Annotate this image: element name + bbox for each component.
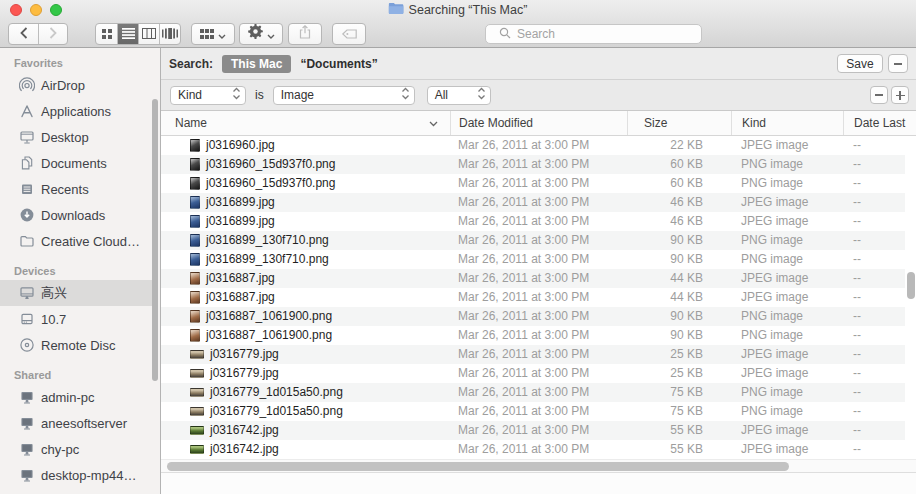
file-size: 90 KB [627, 231, 731, 250]
file-name: j0316899.jpg [206, 193, 275, 212]
coverflow-view-button[interactable] [159, 24, 180, 44]
sidebar-item-10-7[interactable]: 10.7 [0, 306, 160, 332]
table-row[interactable]: j0316742.jpgMar 26, 2011 at 3:00 PM55 KB… [161, 421, 905, 440]
airdrop-icon [18, 77, 35, 94]
applications-icon [18, 103, 35, 120]
share-button[interactable] [288, 23, 322, 45]
sidebar-item-label: Remote Disc [41, 338, 115, 353]
file-kind: JPEG image [731, 269, 843, 288]
back-button[interactable] [9, 24, 38, 44]
subtype-dropdown[interactable]: All [427, 86, 491, 105]
bottom-strip [161, 472, 916, 494]
file-kind: JPEG image [731, 136, 843, 155]
photo-tan-wide-icon [190, 407, 204, 416]
minimize-button[interactable] [30, 4, 42, 16]
search-criteria-bar: Kind is Image All [161, 80, 916, 111]
arrange-button[interactable] [191, 23, 235, 45]
window-title-area: Searching “This Mac” [389, 3, 528, 17]
pc-icon [18, 389, 35, 406]
file-name: j0316779.jpg [210, 345, 279, 364]
sidebar-item-desktop-mp44[interactable]: desktop-mp44… [0, 462, 160, 488]
sidebar-item-item[interactable]: 高兴 [0, 280, 152, 306]
action-menu-button[interactable] [239, 23, 283, 45]
table-header: Name Date Modified Size Kind Date Last [161, 111, 916, 136]
sidebar-item-documents[interactable]: Documents [0, 150, 160, 176]
tag-button[interactable] [332, 23, 366, 45]
search-input[interactable] [515, 26, 675, 42]
window-chrome: Searching “This Mac” [0, 0, 916, 48]
list-view-button[interactable] [117, 24, 138, 44]
table-row[interactable]: j0316960_15d937f0.pngMar 26, 2011 at 3:0… [161, 155, 905, 174]
remove-search-button[interactable] [888, 54, 908, 73]
sidebar-item-creative-cloud[interactable]: Creative Cloud… [0, 228, 160, 254]
photo-blue-icon [190, 196, 200, 209]
table-row[interactable]: j0316899.jpgMar 26, 2011 at 3:00 PM46 KB… [161, 212, 905, 231]
sidebar-item-downloads[interactable]: Downloads [0, 202, 160, 228]
table-row[interactable]: j0316960_15d937f0.pngMar 26, 2011 at 3:0… [161, 174, 905, 193]
table-row[interactable]: j0316779.jpgMar 26, 2011 at 3:00 PM25 KB… [161, 364, 905, 383]
column-header-date-last[interactable]: Date Last [843, 111, 916, 135]
sidebar-item-airdrop[interactable]: AirDrop [0, 72, 160, 98]
file-kind: JPEG image [731, 440, 843, 459]
list-view-icon [122, 25, 135, 43]
file-name: j0316960_15d937f0.png [206, 155, 335, 174]
sidebar-item-admin-pc[interactable]: admin-pc [0, 384, 160, 410]
column-header-date-modified[interactable]: Date Modified [450, 111, 627, 135]
column-view-button[interactable] [138, 24, 159, 44]
kind-value-dropdown[interactable]: Image [273, 86, 415, 105]
table-row[interactable]: j0316899.jpgMar 26, 2011 at 3:00 PM46 KB… [161, 193, 905, 212]
sidebar-section-title: Devices [0, 265, 160, 277]
scope-this-mac-button[interactable]: This Mac [222, 55, 291, 73]
minus-icon [875, 94, 883, 96]
attribute-dropdown[interactable]: Kind [170, 86, 246, 105]
chevron-down-icon [267, 25, 275, 43]
file-date-last: -- [843, 364, 905, 383]
file-kind: PNG image [731, 250, 843, 269]
file-name: j0316899_130f710.png [206, 231, 329, 250]
close-button[interactable] [10, 4, 22, 16]
table-row[interactable]: j0316887_1061900.pngMar 26, 2011 at 3:00… [161, 326, 905, 345]
sidebar-item-applications[interactable]: Applications [0, 98, 160, 124]
table-row[interactable]: j0316742.jpgMar 26, 2011 at 3:00 PM55 KB… [161, 440, 905, 459]
file-date-last: -- [843, 174, 905, 193]
file-date-modified: Mar 26, 2011 at 3:00 PM [450, 193, 627, 212]
table-row[interactable]: j0316779.jpgMar 26, 2011 at 3:00 PM25 KB… [161, 345, 905, 364]
remove-criterion-button[interactable] [870, 86, 888, 104]
table-row[interactable]: j0316779_1d015a50.pngMar 26, 2011 at 3:0… [161, 402, 905, 421]
attribute-dropdown-value: Kind [178, 88, 232, 102]
table-row[interactable]: j0316960.jpgMar 26, 2011 at 3:00 PM22 KB… [161, 136, 905, 155]
column-header-name[interactable]: Name [161, 111, 450, 135]
toolbar-search-field[interactable] [485, 24, 702, 44]
zoom-button[interactable] [50, 4, 62, 16]
table-row[interactable]: j0316899_130f710.pngMar 26, 2011 at 3:00… [161, 231, 905, 250]
add-criterion-button[interactable] [891, 86, 909, 104]
file-date-last: -- [843, 326, 905, 345]
horizontal-scrollbar-thumb[interactable] [167, 462, 789, 471]
sidebar-item-chy-pc[interactable]: chy-pc [0, 436, 160, 462]
sidebar-item-aneesoftserver[interactable]: aneesoftserver [0, 410, 160, 436]
sidebar-item-recents[interactable]: Recents [0, 176, 160, 202]
vertical-scrollbar-thumb[interactable] [907, 272, 915, 299]
save-button[interactable]: Save [837, 54, 883, 73]
icon-view-button[interactable] [96, 24, 117, 44]
sidebar-item-desktop[interactable]: Desktop [0, 124, 160, 150]
operator-label: is [255, 88, 264, 102]
column-header-kind[interactable]: Kind [731, 111, 843, 135]
table-row[interactable]: j0316887.jpgMar 26, 2011 at 3:00 PM44 KB… [161, 269, 905, 288]
table-row[interactable]: j0316779_1d015a50.pngMar 26, 2011 at 3:0… [161, 383, 905, 402]
sidebar-item-remote-disc[interactable]: Remote Disc [0, 332, 160, 358]
documents-icon [18, 155, 35, 172]
sidebar-scrollbar-thumb[interactable] [152, 99, 158, 381]
photo-blue-icon [190, 234, 200, 247]
photo-brown-icon [190, 291, 200, 304]
forward-button[interactable] [38, 24, 67, 44]
table-row[interactable]: j0316887_1061900.pngMar 26, 2011 at 3:00… [161, 307, 905, 326]
table-row[interactable]: j0316887.jpgMar 26, 2011 at 3:00 PM44 KB… [161, 288, 905, 307]
scope-documents-button[interactable]: “Documents” [300, 57, 377, 71]
table-row[interactable]: j0316899_130f710.pngMar 26, 2011 at 3:00… [161, 250, 905, 269]
column-header-size[interactable]: Size [627, 111, 731, 135]
file-size: 46 KB [627, 193, 731, 212]
file-kind: PNG image [731, 326, 843, 345]
sidebar-item-label: admin-pc [41, 390, 94, 405]
file-date-last: -- [843, 193, 905, 212]
